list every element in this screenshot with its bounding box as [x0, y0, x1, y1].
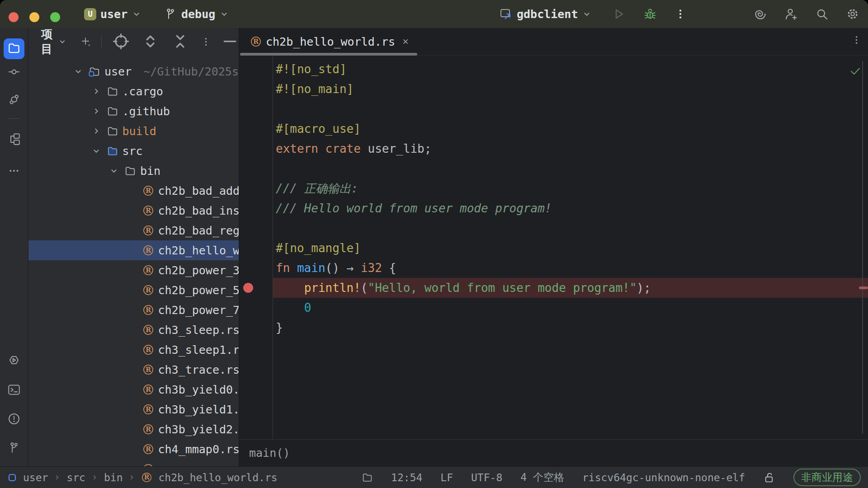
tree-item-build[interactable]: build — [28, 121, 239, 141]
code-line-13[interactable]: 0 — [273, 298, 868, 318]
tree-chevron-right-icon[interactable] — [91, 126, 101, 136]
error-stripe-breakpoint-mark[interactable] — [859, 286, 868, 289]
inspections-ok-icon[interactable] — [849, 65, 862, 77]
tree-item-.cargo[interactable]: .cargo — [28, 81, 239, 101]
breadcrumb-file[interactable]: ch2b_hello_world.rs — [158, 472, 277, 483]
code-line-10[interactable]: #[no_mangle] — [273, 238, 868, 258]
tree-item-ch3b_yield1.rs[interactable]: Rch3b_yield1.rs — [28, 399, 239, 419]
tree-item-ch3_trace.rs[interactable]: Rch3_trace.rs — [28, 360, 239, 380]
more-tool-windows-icon[interactable] — [8, 165, 20, 177]
code-line-7[interactable]: /// 正确输出: — [273, 178, 868, 198]
code-line-6[interactable] — [273, 159, 868, 178]
breadcrumb-bin[interactable]: bin — [104, 472, 123, 483]
tree-item-ch2b_bad_register.rs[interactable]: Rch2b_bad_register.rs — [28, 221, 239, 240]
code-line-14[interactable]: } — [273, 318, 868, 338]
license-badge[interactable]: 非商业用途 — [793, 469, 861, 486]
code-line-1[interactable]: #![no_std] — [273, 59, 868, 79]
vcs-widget[interactable]: debug — [164, 6, 229, 22]
tree-item-label: ch2b_bad_register.rs — [158, 224, 239, 237]
folder-icon[interactable] — [362, 472, 373, 483]
panel-title[interactable]: 项目 — [41, 27, 52, 56]
tree-item-ch2b_bad_address.rs[interactable]: Rch2b_bad_address.rs — [28, 181, 239, 201]
rust-file-icon: R — [142, 284, 154, 296]
code-line-3[interactable] — [273, 99, 868, 119]
indent-setting[interactable]: 4 个空格 — [520, 470, 564, 484]
toolchain-target[interactable]: riscv64gc-unknown-none-elf — [582, 472, 745, 483]
structure-icon[interactable] — [7, 132, 21, 145]
code-line-4[interactable]: #[macro_use] — [273, 119, 868, 139]
services-icon[interactable] — [7, 353, 21, 367]
zoom-window-button[interactable] — [50, 12, 60, 22]
caret-position[interactable]: 12:54 — [391, 472, 422, 483]
collapse-all-icon[interactable] — [171, 33, 189, 50]
tree-item-ch3_sleep1.rs[interactable]: Rch3_sleep1.rs — [28, 340, 239, 360]
code-line-9[interactable] — [273, 218, 868, 238]
tree-chevron-spacer — [127, 345, 137, 355]
ai-assistant-icon[interactable] — [753, 7, 768, 21]
tree-item-ch2b_hello_world.rs[interactable]: Rch2b_hello_world.rs — [28, 240, 239, 260]
locate-file-icon[interactable] — [112, 33, 130, 50]
commit-icon[interactable] — [8, 66, 20, 78]
code-editor[interactable]: #![no_std]#![no_main]#[macro_use]extern … — [239, 56, 868, 439]
terminal-icon[interactable] — [7, 382, 21, 397]
code-area[interactable]: #![no_std]#![no_main]#[macro_use]extern … — [273, 56, 868, 439]
tree-item-ch2b_power_7.rs[interactable]: Rch2b_power_7.rs — [28, 300, 239, 320]
tree-chevron-right-icon[interactable] — [91, 86, 101, 96]
tree-item-ch3b_yield0.rs[interactable]: Rch3b_yield0.rs — [28, 380, 239, 399]
tree-item-label: ch3b_yield0.rs — [158, 383, 239, 396]
code-line-5[interactable]: extern crate user_lib; — [273, 139, 868, 159]
tree-item-clipped[interactable]: R — [28, 459, 239, 466]
tree-item-ch2b_power_5.rs[interactable]: Rch2b_power_5.rs — [28, 280, 239, 300]
tree-item-ch2b_bad_instructions.rs[interactable]: Rch2b_bad_instructions.rs — [28, 201, 239, 221]
more-actions-button[interactable] — [675, 8, 686, 20]
tree-chevron-down-icon[interactable] — [109, 166, 119, 176]
breadcrumb-user[interactable]: user — [23, 472, 48, 483]
code-line-12[interactable]: println!("Hello, world from user mode pr… — [273, 278, 868, 298]
tree-item-bin[interactable]: bin — [28, 161, 239, 181]
context-breadcrumb[interactable]: main() — [249, 446, 290, 460]
problems-icon[interactable] — [7, 412, 21, 426]
run-config-widget[interactable]: gdbclient — [499, 6, 592, 22]
code-line-8[interactable]: /// Hello world from user mode program! — [273, 198, 868, 218]
code-token: /// Hello world from user mode program! — [276, 202, 552, 215]
file-encoding[interactable]: UTF-8 — [471, 472, 502, 483]
chevron-down-icon[interactable] — [58, 37, 67, 46]
search-everywhere-icon[interactable] — [815, 7, 829, 21]
settings-gear-icon[interactable] — [845, 7, 860, 21]
breakpoint-dot[interactable] — [243, 283, 253, 293]
tree-item-user[interactable]: user~/GitHub/2025s-r — [28, 61, 239, 81]
minimize-window-button[interactable] — [29, 12, 39, 22]
pull-requests-icon[interactable] — [7, 93, 21, 106]
tree-chevron-right-icon[interactable] — [91, 106, 101, 116]
tab-options-icon[interactable] — [851, 35, 862, 45]
kebab-menu-icon[interactable] — [201, 37, 211, 47]
debug-button[interactable] — [643, 7, 657, 21]
tree-chevron-down-icon[interactable] — [73, 66, 83, 76]
code-line-11[interactable]: fn main() → i32 { — [273, 258, 868, 278]
tree-item-src[interactable]: src — [28, 141, 239, 161]
run-button[interactable] — [611, 7, 626, 21]
code-line-2[interactable]: #![no_main] — [273, 79, 868, 99]
breadcrumb-src[interactable]: src — [66, 472, 85, 483]
tree-item-ch4_mmap0.rs[interactable]: Rch4_mmap0.rs — [28, 439, 239, 459]
expand-all-icon[interactable] — [142, 33, 159, 50]
tree-item-ch3_sleep.rs[interactable]: Rch3_sleep.rs — [28, 320, 239, 340]
add-icon[interactable] — [80, 36, 91, 47]
unlocked-icon[interactable] — [763, 471, 775, 483]
version-control-icon[interactable] — [7, 441, 21, 455]
close-tab-icon[interactable] — [401, 37, 410, 46]
project-tool-button[interactable] — [4, 38, 24, 59]
chevron-right-icon — [91, 474, 98, 481]
code-with-me-icon[interactable] — [784, 7, 798, 21]
editor-tab[interactable]: R ch2b_hello_world.rs — [239, 28, 418, 55]
project-widget[interactable]: U user — [84, 6, 142, 22]
tree-item-.github[interactable]: .github — [28, 101, 239, 121]
hide-panel-icon[interactable] — [221, 33, 239, 50]
line-ending[interactable]: LF — [440, 472, 453, 483]
close-window-button[interactable] — [9, 12, 19, 22]
editor-scrollbar[interactable] — [862, 61, 863, 434]
tree-item-ch2b_power_3.rs[interactable]: Rch2b_power_3.rs — [28, 260, 239, 280]
editor-gutter[interactable] — [239, 56, 273, 439]
tree-item-ch3b_yield2.rs[interactable]: Rch3b_yield2.rs — [28, 419, 239, 439]
tree-chevron-down-icon[interactable] — [91, 146, 101, 156]
